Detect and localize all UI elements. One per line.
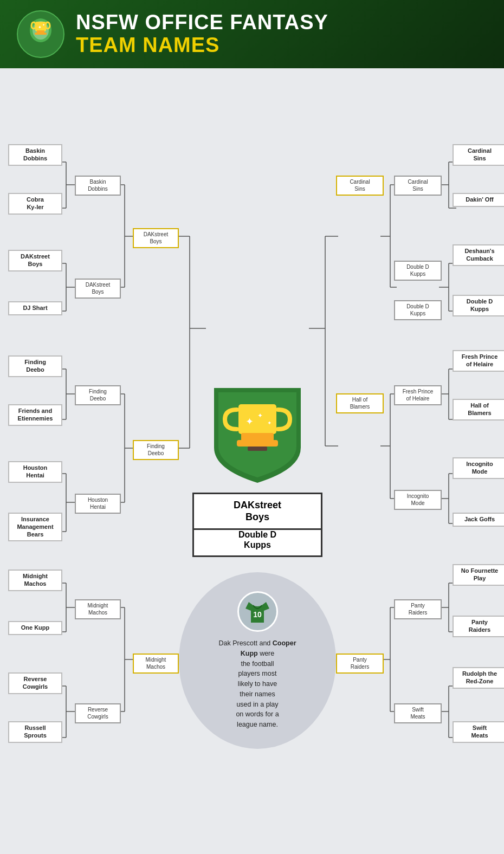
team-finding-deebo-r2: FindingDeebo bbox=[75, 385, 121, 405]
svg-rect-92 bbox=[237, 440, 278, 447]
header: ✦ ✦ NSFW OFFICE FANTASY TEAM NAMES bbox=[0, 0, 504, 68]
team-reverse-cowgirls-r2: ReverseCowgirls bbox=[75, 703, 121, 723]
team-deshawn-r1: Deshaun'sCumback bbox=[453, 244, 504, 266]
team-double-d-kupps-r1: Double DKupps bbox=[453, 295, 504, 316]
team-finding-deebo-r3: FindingDeebo bbox=[133, 440, 179, 460]
winner-area: ✦ ✦ ✦ DAKstreetBoys bbox=[192, 383, 322, 530]
team-midnight-machos-r3: MidnightMachos bbox=[133, 654, 179, 674]
team-dakstreet-boys-r3: DAKstreetBoys bbox=[133, 228, 179, 248]
svg-text:✦: ✦ bbox=[267, 420, 272, 426]
team-cobra-kyler-r1: CobraKy-ler bbox=[8, 193, 62, 215]
team-rudolph-r1: Rudolph theRed-Zone bbox=[453, 667, 504, 689]
team-swift-meats-r1: SwiftMeats bbox=[453, 721, 504, 743]
team-incognito-mode-r2: IncognitoMode bbox=[394, 490, 442, 510]
header-text: NSFW OFFICE FANTASY TEAM NAMES bbox=[76, 11, 328, 57]
team-midnight-machos-r1: MidnightMachos bbox=[8, 570, 62, 591]
team-jack-goffs-r1: Jack Goffs bbox=[453, 513, 504, 527]
svg-rect-96 bbox=[248, 447, 267, 451]
svg-text:✦: ✦ bbox=[257, 412, 263, 419]
svg-text:✦: ✦ bbox=[38, 25, 42, 30]
team-double-d-kupps-r2a: Double DKupps bbox=[394, 261, 442, 281]
svg-rect-5 bbox=[35, 33, 47, 35]
team-houston-hentai-r1: HoustonHentai bbox=[8, 461, 62, 483]
team-russell-sprouts-r1: RussellSprouts bbox=[8, 721, 62, 743]
team-fresh-prince-r1: Fresh Princeof Helaire bbox=[453, 350, 504, 372]
header-title-sub: TEAM NAMES bbox=[76, 34, 328, 57]
team-houston-hentai-r2: HoustonHentai bbox=[75, 494, 121, 514]
winner-label: DAKstreetBoys bbox=[192, 493, 322, 530]
team-panty-raiders-r2: PantyRaiders bbox=[394, 599, 442, 619]
team-double-d-kupps-r2b: Double DKupps bbox=[394, 300, 442, 320]
team-hall-of-blamers-r3: Hall ofBlamers bbox=[336, 393, 384, 413]
header-title-main: NSFW OFFICE FANTASY bbox=[76, 11, 328, 34]
team-cardinal-sins-r3: CardinalSins bbox=[336, 176, 384, 196]
header-icon: ✦ ✦ bbox=[16, 10, 65, 59]
team-fresh-prince-r2: Fresh Princeof Helaire bbox=[394, 385, 442, 405]
bracket-area: BaskinDobbins CobraKy-ler DAKstreetBoys … bbox=[5, 79, 504, 854]
team-cardinal-sins-r1: CardinalSins bbox=[453, 144, 504, 166]
team-midnight-machos-r2: MidnightMachos bbox=[75, 599, 121, 619]
team-dakstreet-boys-r2a: DAKstreetBoys bbox=[75, 279, 121, 299]
svg-rect-91 bbox=[241, 433, 274, 441]
jersey-icon: 10 bbox=[237, 591, 278, 632]
team-panty-raiders-r1: PantyRaiders bbox=[453, 616, 504, 637]
team-dakstreet-boys-r1a: DAKstreetBoys bbox=[8, 250, 62, 271]
team-dakin-off-r1: Dakin' Off bbox=[453, 193, 504, 207]
team-insurance-r1: InsuranceManagementBears bbox=[8, 513, 62, 541]
team-reverse-cowgirls-r1: ReverseCowgirls bbox=[8, 672, 62, 694]
team-baskin-dobbins-r2: BaskinDobbins bbox=[75, 176, 121, 196]
trophy-shield: ✦ ✦ ✦ bbox=[209, 383, 306, 488]
team-dj-shart-r1: DJ Shart bbox=[8, 301, 62, 315]
team-friends-etiennemies-r1: Friends andEtiennemies bbox=[8, 404, 62, 426]
team-one-kupp-r1: One Kupp bbox=[8, 621, 62, 635]
team-incognito-mode-r1: IncognitoMode bbox=[453, 457, 504, 479]
info-box: 10 Dak Prescott and CooperKupp werethe f… bbox=[179, 572, 336, 749]
info-text: Dak Prescott and CooperKupp werethe foot… bbox=[218, 638, 296, 730]
svg-text:✦: ✦ bbox=[245, 416, 254, 427]
team-hall-of-blamers-r1: Hall ofBlamers bbox=[453, 399, 504, 420]
svg-text:10: 10 bbox=[253, 610, 262, 619]
team-swift-meats-r2: SwiftMeats bbox=[394, 703, 442, 723]
main-content: BaskinDobbins CobraKy-ler DAKstreetBoys … bbox=[0, 68, 504, 854]
team-baskin-dobbins-r1: BaskinDobbins bbox=[8, 144, 62, 166]
team-panty-raiders-r3: PantyRaiders bbox=[336, 654, 384, 674]
team-cardinal-sins-r2: CardinalSins bbox=[394, 176, 442, 196]
team-no-fournette-r1: No FournettePlay bbox=[453, 564, 504, 586]
team-finding-deebo-r1: FindingDeebo bbox=[8, 355, 62, 377]
svg-text:✦: ✦ bbox=[42, 23, 45, 27]
